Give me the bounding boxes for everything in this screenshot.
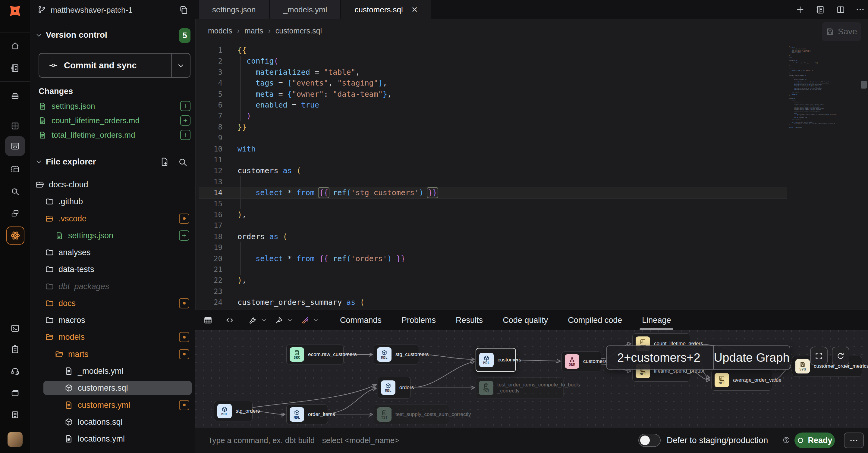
lint-chevron-icon[interactable] — [287, 317, 293, 323]
lineage-node-ecom-raw-customers[interactable]: SRCecom.raw_customers — [286, 345, 344, 364]
command-input[interactable]: Type a command, ex. dbt build --select <… — [208, 428, 399, 453]
status-badge[interactable]: Ready — [795, 432, 835, 448]
dbt-copilot-icon[interactable] — [6, 226, 24, 245]
close-tab-icon[interactable]: ✕ — [411, 5, 418, 14]
code-line-6[interactable]: 6 enabled = true — [199, 99, 319, 110]
window-dashed-icon[interactable] — [10, 165, 20, 174]
commit-and-sync-button[interactable]: Commit and sync — [38, 53, 190, 78]
notebook-icon[interactable] — [10, 64, 20, 73]
added-badge[interactable] — [180, 101, 190, 111]
organization-icon[interactable] — [10, 410, 20, 419]
code-line-9[interactable]: 9 — [199, 132, 238, 143]
file-tree-item-settings-json[interactable]: settings.json — [30, 228, 195, 243]
added-badge[interactable] — [180, 116, 190, 126]
code-line-14[interactable]: 14 select * from {{ ref('stg_customers')… — [199, 187, 437, 198]
bottom-tab-lineage[interactable]: Lineage — [642, 310, 671, 330]
folders-icon[interactable] — [10, 389, 20, 397]
file-tree-item-locations-yml[interactable]: locations.yml — [30, 431, 195, 446]
changed-file-row[interactable]: count_lifetime_orders.md — [38, 114, 190, 127]
file-explorer-title[interactable]: File explorer — [46, 157, 96, 167]
minimap[interactable]: {{ config( materialized = "table", tags … — [789, 46, 859, 245]
code-editor-icon[interactable] — [10, 141, 20, 151]
save-button[interactable]: Save — [822, 22, 861, 41]
table-preview-icon[interactable] — [204, 316, 213, 325]
code-line-8[interactable]: 8}} — [199, 121, 247, 132]
breadcrumb-part[interactable]: marts — [244, 27, 264, 35]
help-icon[interactable] — [782, 436, 790, 444]
modified-badge[interactable] — [179, 332, 189, 342]
commit-options-chevron-icon[interactable] — [177, 61, 185, 70]
copy-branch-icon[interactable] — [179, 5, 189, 15]
code-line-20[interactable]: 20 select * from {{ ref('orders') }} — [199, 253, 405, 264]
search-code-icon[interactable] — [10, 187, 20, 196]
file-tree-item-locations-sql[interactable]: locations.sql — [30, 415, 195, 429]
clipboard-icon[interactable] — [10, 345, 20, 354]
build-icon[interactable] — [249, 316, 258, 325]
home-icon[interactable] — [10, 41, 20, 50]
bottom-tab-problems[interactable]: Problems — [401, 310, 436, 330]
code-preview-icon[interactable] — [225, 316, 234, 325]
added-badge[interactable] — [180, 130, 190, 140]
modified-badge[interactable] — [179, 400, 189, 410]
breadcrumb-part[interactable]: models — [208, 27, 232, 35]
code-line-24[interactable]: 24customer_orders_summary as ( — [199, 297, 364, 308]
user-avatar[interactable] — [7, 432, 23, 447]
code-line-22[interactable]: 22), — [199, 275, 247, 286]
lineage-selector-input[interactable]: 2+customers+2 — [607, 346, 713, 369]
file-tree-item-data-tests[interactable]: data-tests — [30, 262, 195, 277]
modified-badge[interactable] — [179, 214, 189, 224]
ai-chevron-icon[interactable] — [313, 317, 319, 323]
breadcrumb[interactable]: models›marts›customers.sql — [208, 27, 322, 35]
new-file-icon[interactable] — [160, 157, 169, 167]
lineage-node-customers-semantic[interactable]: SEMcustomers — [561, 352, 601, 371]
code-line-16[interactable]: 16), — [199, 209, 247, 220]
added-badge[interactable] — [179, 230, 189, 241]
lineage-node-stg-customers[interactable]: MDLstg_customers — [374, 345, 419, 364]
branch-name[interactable]: matthewshaver-patch-1 — [51, 0, 133, 20]
file-tree-item-analyses[interactable]: analyses — [30, 245, 195, 260]
ai-fix-icon[interactable] — [301, 316, 310, 325]
code-line-19[interactable]: 19 — [199, 242, 238, 253]
file-tree-item-customers-yml[interactable]: customers.yml — [30, 397, 195, 413]
bottom-tab-commands[interactable]: Commands — [340, 310, 381, 330]
changed-file-row[interactable]: settings.json — [38, 99, 190, 112]
file-tree-item-dbt-packages[interactable]: dbt_packages — [30, 279, 195, 294]
tab-customers-sql[interactable]: customers.sql✕ — [341, 0, 431, 19]
lineage-node-average-order-value[interactable]: METaverage_order_value — [711, 369, 772, 391]
modified-badge[interactable] — [179, 298, 189, 309]
lineage-node-orders[interactable]: MDLorders — [378, 377, 411, 398]
notebook-panel-icon[interactable] — [816, 5, 825, 14]
code-line-4[interactable]: 4 tags = ["events", "staging"], — [199, 77, 387, 89]
lineage-canvas[interactable]: SRCecom.raw_customersMDLstg_customersMDL… — [195, 330, 868, 428]
file-tree-item-models[interactable]: models — [30, 329, 195, 345]
file-tree-item-macros[interactable]: macros — [30, 313, 195, 328]
headset-icon[interactable] — [10, 366, 20, 376]
file-tree-item-marts[interactable]: marts — [30, 347, 195, 362]
defer-toggle[interactable] — [638, 434, 661, 447]
code-line-17[interactable]: 17 — [199, 220, 238, 231]
code-line-15[interactable]: 15 — [199, 198, 238, 209]
lineage-node-order-items[interactable]: MDLorder_items — [286, 405, 328, 424]
bottom-tab-code-quality[interactable]: Code quality — [503, 310, 548, 330]
terminal-icon[interactable] — [10, 324, 20, 333]
file-tree-item-customers-sql[interactable]: customers.sql — [30, 380, 195, 395]
build-chevron-icon[interactable] — [261, 317, 267, 323]
version-control-chevron-icon[interactable] — [35, 31, 43, 39]
editor-scrollbar-thumb[interactable] — [861, 81, 867, 89]
code-line-11[interactable]: 11 — [199, 154, 238, 165]
code-line-3[interactable]: 3 materialized = "table", — [199, 67, 360, 78]
lineage-node-test-supply-costs[interactable]: TSTtest_supply_costs_sum_correctly — [374, 405, 449, 424]
breadcrumb-part[interactable]: customers.sql — [276, 27, 322, 35]
code-line-18[interactable]: 18orders as ( — [199, 231, 287, 242]
file-explorer-chevron-icon[interactable] — [35, 158, 43, 166]
lineage-node-stg-orders[interactable]: MDLstg_orders — [214, 401, 253, 421]
drawer-icon[interactable] — [10, 91, 20, 100]
lineage-node-customers-model[interactable]: MDLcustomers — [475, 348, 516, 372]
grid-icon[interactable] — [10, 121, 20, 130]
changed-file-row[interactable]: total_lifetime_orders.md — [38, 128, 190, 141]
refresh-graph-button[interactable] — [832, 347, 849, 365]
code-line-10[interactable]: 10with — [199, 143, 255, 155]
file-tree-item-docs[interactable]: docs — [30, 296, 195, 311]
dbt-logo-icon[interactable] — [7, 3, 23, 19]
bottom-tab-results[interactable]: Results — [456, 310, 483, 330]
